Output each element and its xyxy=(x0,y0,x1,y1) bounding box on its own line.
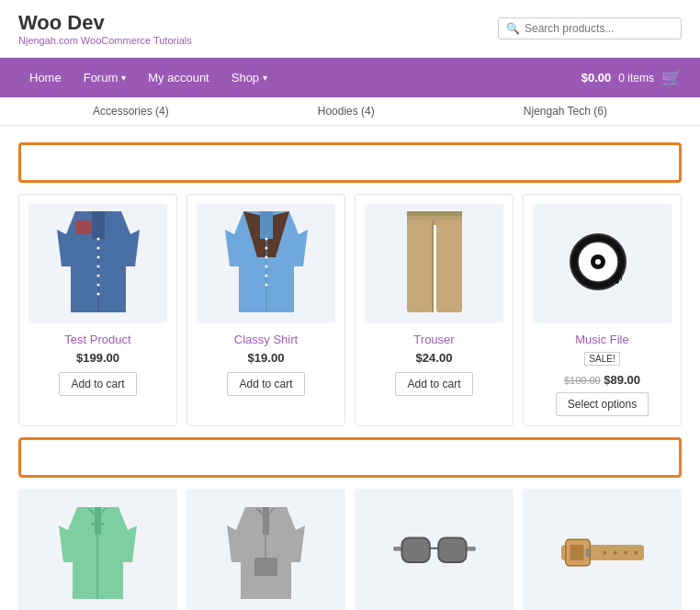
product-image-sunglasses xyxy=(364,498,504,608)
svg-point-55 xyxy=(634,551,638,555)
product-grid-row2: Hoodie with Zipper $45.00 Hoodie with Po… xyxy=(18,489,682,610)
product-image-classy xyxy=(197,204,335,323)
category-strip: Accessories (4) Hoodies (4) Njengah Tech… xyxy=(0,97,700,126)
svg-point-10 xyxy=(96,283,99,286)
site-logo: Woo Dev Njengah.com WooCommerce Tutorial… xyxy=(18,11,192,46)
sale-badge-music: SALE! xyxy=(584,352,619,366)
add-to-cart-test[interactable]: Add to cart xyxy=(59,372,136,396)
product-image-test-product xyxy=(28,204,167,323)
svg-point-5 xyxy=(96,237,99,240)
product-card-test-product: Test Product $199.00 Add to cart xyxy=(18,194,177,426)
add-to-cart-classy[interactable]: Add to cart xyxy=(227,372,304,396)
nav-item-forum[interactable]: Forum ▾ xyxy=(73,58,138,97)
svg-point-9 xyxy=(96,274,99,277)
svg-point-7 xyxy=(96,255,99,258)
product-image-trouser xyxy=(365,204,503,323)
category-njengah[interactable]: Njengah Tech (6) xyxy=(524,105,607,118)
svg-rect-45 xyxy=(401,537,429,562)
svg-point-31 xyxy=(595,259,601,265)
site-tagline: Njengah.com WooCommerce Tutorials xyxy=(18,35,192,46)
svg-rect-24 xyxy=(407,220,433,312)
orange-banner-2 xyxy=(18,437,682,478)
svg-rect-50 xyxy=(570,545,583,560)
svg-point-17 xyxy=(265,237,267,240)
chevron-down-icon: ▾ xyxy=(263,73,267,83)
svg-point-8 xyxy=(96,265,99,267)
product-name-music[interactable]: Music File xyxy=(533,333,672,346)
nav-item-shop[interactable]: Shop ▾ xyxy=(220,58,278,97)
svg-point-6 xyxy=(96,246,99,249)
svg-point-53 xyxy=(613,551,616,555)
nav-left: Home Forum ▾ My account Shop ▾ xyxy=(18,58,278,97)
svg-point-22 xyxy=(265,283,267,286)
product-name-trouser[interactable]: Trouser xyxy=(365,333,503,346)
svg-rect-26 xyxy=(407,211,462,216)
product-price-test: $199.00 xyxy=(28,351,167,365)
product-card-belt: Belt SALE! xyxy=(523,489,682,610)
product-image-music: ♪ xyxy=(533,204,672,323)
product-grid-row1: Test Product $199.00 Add to cart xyxy=(18,194,682,426)
svg-text:♪: ♪ xyxy=(614,265,624,288)
product-price-classy: $19.00 xyxy=(197,351,335,365)
svg-rect-41 xyxy=(254,558,277,576)
svg-point-18 xyxy=(265,246,267,249)
search-bar[interactable]: 🔍 xyxy=(498,17,682,40)
cart-area: $0.00 0 items 🛒 xyxy=(581,68,682,88)
svg-rect-37 xyxy=(91,523,104,525)
product-price-trouser: $24.00 xyxy=(365,351,503,365)
svg-point-52 xyxy=(603,551,606,555)
svg-point-54 xyxy=(624,551,627,555)
product-card-hoodie-pocket: Hoodie with Pocket SALE! xyxy=(186,489,345,610)
svg-point-11 xyxy=(96,292,99,295)
product-card-trouser: Trouser $24.00 Add to cart xyxy=(355,194,514,426)
product-card-sunglasses: Sunglasses $90.00 xyxy=(355,489,514,610)
product-card-hoodie-zipper: Hoodie with Zipper $45.00 xyxy=(18,489,177,610)
product-name-classy[interactable]: Classy Shirt xyxy=(197,333,335,346)
svg-point-19 xyxy=(265,255,267,258)
svg-point-20 xyxy=(265,265,267,267)
cart-count: 0 items xyxy=(618,72,654,85)
product-name-test[interactable]: Test Product xyxy=(28,333,167,346)
site-name: Woo Dev xyxy=(18,11,192,35)
nav-item-myaccount[interactable]: My account xyxy=(137,58,220,97)
search-input[interactable] xyxy=(525,22,673,35)
cart-icon[interactable]: 🛒 xyxy=(661,68,682,88)
cart-total: $0.00 xyxy=(581,71,612,85)
add-to-cart-trouser[interactable]: Add to cart xyxy=(395,372,472,396)
product-old-price-music: $100.00 xyxy=(564,375,601,386)
nav-item-home[interactable]: Home xyxy=(18,58,73,97)
site-nav: Home Forum ▾ My account Shop ▾ $0.00 0 i… xyxy=(0,58,700,97)
product-sale-price-music: $89.00 xyxy=(604,373,640,387)
chevron-down-icon: ▾ xyxy=(121,73,126,83)
product-image-hoodie-pocket xyxy=(196,498,336,608)
search-icon: 🔍 xyxy=(506,22,520,35)
svg-rect-46 xyxy=(438,537,466,562)
product-image-hoodie-zipper xyxy=(28,498,168,608)
product-card-classy-shirt: Classy Shirt $19.00 Add to cart xyxy=(186,194,345,426)
category-accessories[interactable]: Accessories (4) xyxy=(93,105,169,118)
svg-point-21 xyxy=(265,274,267,277)
product-image-belt xyxy=(532,498,672,608)
svg-rect-51 xyxy=(585,548,590,557)
main-content: Test Product $199.00 Add to cart xyxy=(0,126,700,610)
select-options-music[interactable]: Select options xyxy=(556,392,649,416)
orange-banner-1 xyxy=(18,142,682,183)
category-hoodies[interactable]: Hoodies (4) xyxy=(318,105,375,118)
svg-rect-3 xyxy=(75,220,92,234)
product-card-music: ♪ Music File SALE! $100.00 $89.00 Select… xyxy=(523,194,682,426)
svg-rect-25 xyxy=(436,220,462,312)
site-header: Woo Dev Njengah.com WooCommerce Tutorial… xyxy=(0,0,700,58)
